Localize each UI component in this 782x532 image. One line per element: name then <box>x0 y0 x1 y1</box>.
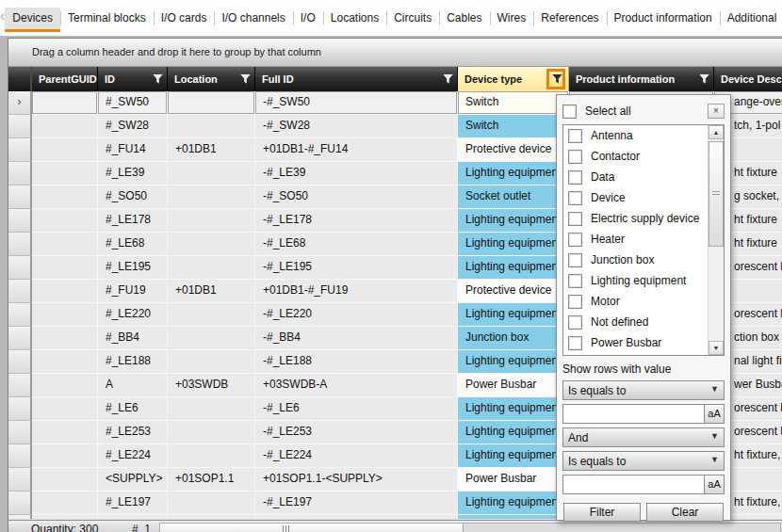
cell-full-id[interactable] <box>255 515 458 519</box>
active-filter-icon-box[interactable] <box>546 69 565 89</box>
cell-full-id[interactable]: -#_SO50 <box>255 185 458 209</box>
cell-parent-guid[interactable] <box>32 280 98 303</box>
tab-terminal-blocks[interactable]: Terminal blocks <box>60 8 154 32</box>
cell-device-type[interactable]: Socket outlet <box>458 185 569 209</box>
cell-device-type[interactable]: Lighting equipment <box>458 350 569 374</box>
cell-device-type[interactable] <box>458 515 569 519</box>
cell-location[interactable] <box>168 350 255 374</box>
filter-button[interactable]: Filter <box>563 503 641 522</box>
row-indicator-cell[interactable] <box>8 492 32 515</box>
cell-parent-guid[interactable] <box>32 374 98 397</box>
cell-device-type[interactable]: Protective device <box>458 138 569 162</box>
cell-full-id[interactable]: +03SWDB-A <box>255 374 458 397</box>
cell-full-id[interactable]: +01DB1-#_FU19 <box>255 280 458 303</box>
cell-id[interactable]: #_BB4 <box>98 327 168 350</box>
row-indicator-cell[interactable]: › <box>8 91 32 115</box>
condition-select-2[interactable]: Is equals to ▼ <box>562 451 725 471</box>
cell-id[interactable] <box>98 515 168 519</box>
filter-icon[interactable] <box>152 73 164 85</box>
cell-id[interactable]: #_SW28 <box>98 115 168 138</box>
cell-parent-guid[interactable] <box>32 303 98 327</box>
cell-location[interactable] <box>168 515 255 519</box>
filter-list-item[interactable]: Power Busbar <box>563 332 724 353</box>
cell-parent-guid[interactable] <box>32 444 98 468</box>
column-header-id[interactable]: ID <box>98 67 168 91</box>
cell-full-id[interactable]: -#_LE195 <box>255 256 458 280</box>
filter-list-item[interactable]: Device <box>563 187 724 208</box>
cell-parent-guid[interactable] <box>32 138 98 162</box>
row-indicator-cell[interactable] <box>8 397 32 421</box>
item-checkbox[interactable] <box>568 191 582 205</box>
list-scrollbar[interactable]: ▲ ▼ <box>708 125 724 355</box>
cell-parent-guid[interactable] <box>32 350 98 374</box>
cell-parent-guid[interactable] <box>32 162 98 185</box>
group-by-drop-zone[interactable]: Drag a column header and drop it here to… <box>8 39 782 67</box>
tab-i-o-cards[interactable]: I/O cards <box>154 8 215 32</box>
column-header-full-id[interactable]: Full ID <box>255 67 458 91</box>
row-indicator-cell[interactable] <box>8 374 32 397</box>
cell-id[interactable]: #_SO50 <box>98 185 168 209</box>
cell-location[interactable] <box>168 327 255 350</box>
item-checkbox[interactable] <box>568 336 582 350</box>
column-header-location[interactable]: Location <box>168 67 255 91</box>
cell-id[interactable]: #_LE188 <box>98 350 168 374</box>
item-checkbox[interactable] <box>568 212 582 226</box>
cell-full-id[interactable]: -#_SW50 <box>255 91 458 115</box>
cell-id[interactable]: #_LE39 <box>98 162 168 185</box>
tab-references[interactable]: References <box>533 8 606 32</box>
cell-id[interactable]: #_LE195 <box>98 256 168 280</box>
cell-id[interactable]: #_LE224 <box>98 444 168 468</box>
filter-list-item[interactable]: Antenna <box>563 125 724 146</box>
cell-device-type[interactable]: Lighting equipment <box>458 209 569 233</box>
cell-parent-guid[interactable] <box>32 233 98 256</box>
cell-location[interactable]: +01DB1 <box>168 138 255 162</box>
cell-location[interactable] <box>168 256 255 280</box>
cell-full-id[interactable]: -#_LE253 <box>255 421 458 444</box>
item-checkbox[interactable] <box>568 253 582 267</box>
cell-id[interactable]: #_FU14 <box>98 138 168 162</box>
select-all-checkbox[interactable] <box>562 105 577 119</box>
filter-list-item[interactable]: Not defined <box>563 312 724 332</box>
filter-value-input-1[interactable] <box>562 404 705 424</box>
cell-id[interactable]: <SUPPLY> <box>98 468 168 492</box>
row-indicator-cell[interactable] <box>8 256 32 280</box>
cell-parent-guid[interactable] <box>32 91 98 115</box>
cell-id[interactable]: #_LE6 <box>98 397 168 421</box>
match-case-button-1[interactable]: aA <box>705 404 725 424</box>
cell-parent-guid[interactable] <box>32 421 98 444</box>
filter-list-item[interactable]: Heater <box>563 229 724 250</box>
cell-device-type[interactable]: Lighting equipment <box>458 492 569 515</box>
filter-icon[interactable] <box>442 73 454 85</box>
cell-id[interactable]: A <box>98 374 168 397</box>
cell-location[interactable] <box>168 233 255 256</box>
cell-location[interactable] <box>168 91 255 115</box>
scroll-up-icon[interactable]: ▲ <box>709 125 724 139</box>
tab-wires[interactable]: Wires <box>490 8 534 32</box>
item-checkbox[interactable] <box>568 233 582 247</box>
cell-device-type[interactable]: Lighting equipment <box>458 444 569 468</box>
item-checkbox[interactable] <box>568 274 582 288</box>
cell-full-id[interactable]: -#_SW28 <box>255 115 458 138</box>
cell-location[interactable] <box>168 115 255 138</box>
tab-devices[interactable]: Devices <box>5 8 60 32</box>
row-indicator-cell[interactable] <box>8 115 32 138</box>
row-indicator-cell[interactable] <box>8 515 32 519</box>
row-indicator-cell[interactable] <box>8 162 32 185</box>
cell-location[interactable] <box>168 421 255 444</box>
column-header-device-type[interactable]: Device type <box>458 67 569 91</box>
cell-location[interactable]: +03SWDB <box>168 374 255 397</box>
row-indicator-cell[interactable] <box>8 421 32 444</box>
cell-id[interactable]: #_LE178 <box>98 209 168 233</box>
row-indicator-cell[interactable] <box>8 233 32 256</box>
cell-full-id[interactable]: -#_LE224 <box>255 444 458 468</box>
filter-value-input-2[interactable] <box>562 475 705 494</box>
cell-full-id[interactable]: -#_LE68 <box>255 233 458 256</box>
cell-parent-guid[interactable] <box>32 327 98 350</box>
cell-full-id[interactable]: -#_LE178 <box>255 209 458 233</box>
cell-device-type[interactable]: Lighting equipment <box>458 233 569 256</box>
row-indicator-cell[interactable] <box>8 185 32 209</box>
cell-full-id[interactable]: -#_LE6 <box>255 397 458 421</box>
row-indicator-cell[interactable] <box>8 350 32 374</box>
row-indicator-cell[interactable] <box>8 444 32 468</box>
cell-id[interactable]: #_SW50 <box>98 91 168 115</box>
